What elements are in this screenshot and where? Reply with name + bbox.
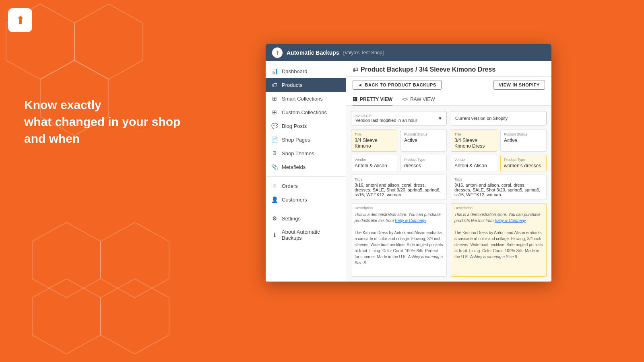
sidebar-item-dashboard[interactable]: 📊 Dashboard <box>266 64 346 78</box>
smart-collections-icon: ⊞ <box>271 95 278 102</box>
tab-pretty-label: PRETTY VIEW <box>360 97 392 102</box>
backup-column: Title 3/4 SleeveKimono Publish Status Ac… <box>351 130 447 277</box>
sidebar-item-shop-themes[interactable]: 🖥 Shop Themes <box>266 146 346 160</box>
app-logo: ⬆ <box>272 47 283 58</box>
toolbar: ◄ BACK TO PRODUCT BACKUPS VIEW IN SHOPIF… <box>346 77 551 93</box>
app-logo-icon: ⬆ <box>275 50 280 56</box>
current-title-row: Title 3/4 SleeveKimono Dress Publish Sta… <box>451 130 547 152</box>
sidebar-label-orders: Orders <box>282 183 298 189</box>
backup-dropdown[interactable]: Backup Version last modified in an hour … <box>351 111 447 125</box>
svg-marker-5 <box>101 279 169 354</box>
svg-marker-3 <box>32 222 101 298</box>
current-title-field: Title 3/4 SleeveKimono Dress <box>451 130 497 152</box>
current-tags-field: Tags 3/16, antoni and alison, coral, dre… <box>451 175 547 200</box>
tab-pretty-view[interactable]: 🖼 PRETTY VIEW <box>353 97 392 106</box>
headline-line1: Know exactly <box>24 98 101 111</box>
about-icon: ℹ <box>271 232 278 238</box>
current-version-label: Current version on Shopify <box>451 111 547 125</box>
upload-icon-box: ⬆ <box>8 8 32 32</box>
backup-vendor-field: Vendor Antoni & Alison <box>351 155 397 171</box>
comparison-area: Backup Version last modified in an hour … <box>346 106 551 282</box>
backup-description-text: This is a demonstration store. You can p… <box>355 212 443 266</box>
products-icon: 🏷 <box>271 82 278 88</box>
svg-marker-6 <box>101 222 169 298</box>
sidebar: 📊 Dashboard 🏷 Products ⊞ Smart Collectio… <box>266 61 346 282</box>
app-window: ⬆ Automatic Backups [Valya's Test Shop] … <box>266 44 551 282</box>
sidebar-item-metafields[interactable]: 📎 Metafields <box>266 160 346 174</box>
sidebar-label-customers: Customers <box>282 197 307 203</box>
backup-tags-value: 3/16, antoni and alison, coral, dress, d… <box>355 183 443 197</box>
current-product-type-label: Product Type <box>504 158 543 162</box>
backup-publish-status-field: Publish Status Active <box>400 130 447 152</box>
sidebar-item-settings[interactable]: ⚙ Settings <box>266 212 346 225</box>
current-description-text: This is a demonstration store. You can p… <box>454 212 543 260</box>
backup-tags-label: Tags <box>355 177 443 181</box>
backup-title-row: Title 3/4 SleeveKimono Publish Status Ac… <box>351 130 447 152</box>
sidebar-label-blog-posts: Blog Posts <box>282 123 307 129</box>
settings-icon: ⚙ <box>271 215 278 222</box>
upload-icon: ⬆ <box>16 14 25 27</box>
sidebar-item-customers[interactable]: 👤 Customers <box>266 193 346 206</box>
sidebar-label-products: Products <box>282 82 302 88</box>
backup-description-label: Description <box>355 206 443 210</box>
sidebar-item-orders[interactable]: ≡ Orders <box>266 179 346 193</box>
backup-tags-field: Tags 3/16, antoni and alison, coral, dre… <box>351 175 447 200</box>
app-header: ⬆ Automatic Backups [Valya's Test Shop] <box>266 44 551 61</box>
svg-marker-4 <box>32 279 101 354</box>
orders-icon: ≡ <box>271 183 278 189</box>
headline-line2: what changed in your shop <box>24 115 180 128</box>
backup-title-label: Title <box>355 132 394 136</box>
backup-publish-label: Publish Status <box>404 132 443 136</box>
custom-collections-icon: ⊞ <box>271 109 278 115</box>
backup-description-field: Description This is a demonstration stor… <box>351 203 447 277</box>
main-content: 🏷 Product Backups / 3/4 Sleeve Kimono Dr… <box>346 61 551 282</box>
current-vendor-field: Vendor Antoni & Alison <box>451 155 497 171</box>
current-tags-label: Tags <box>454 177 543 181</box>
raw-view-icon: <> <box>402 97 408 102</box>
headline-line3: and when <box>24 132 80 145</box>
back-button[interactable]: ◄ BACK TO PRODUCT BACKUPS <box>353 80 442 90</box>
backup-product-type-value: dresses <box>404 163 443 169</box>
current-desc-link[interactable]: Baby & Company <box>495 218 526 223</box>
sidebar-label-shop-themes: Shop Themes <box>282 150 314 156</box>
headline: Know exactly what changed in your shop a… <box>24 97 180 147</box>
backup-publish-value: Active <box>404 138 443 143</box>
backup-vendor-value: Antoni & Alison <box>355 163 394 169</box>
current-description-field: Description This is a demonstration stor… <box>451 203 547 277</box>
sidebar-label-smart-collections: Smart Collections <box>282 96 323 102</box>
current-title-value: 3/4 SleeveKimono Dress <box>454 138 493 149</box>
sidebar-label-dashboard: Dashboard <box>282 68 308 74</box>
view-in-shopify-button[interactable]: VIEW IN SHOPIFY <box>493 80 545 90</box>
app-subtitle: [Valya's Test Shop] <box>343 50 384 56</box>
shop-pages-icon: 📄 <box>271 136 278 143</box>
current-product-type-field: Product Type women's dresses <box>500 155 547 171</box>
backup-desc-link[interactable]: Baby & Company <box>395 218 426 223</box>
current-vendor-label: Vendor <box>454 158 493 162</box>
sidebar-item-custom-collections[interactable]: ⊞ Custom Collections <box>266 105 346 119</box>
sidebar-item-blog-posts[interactable]: 💬 Blog Posts <box>266 119 346 133</box>
view-tabs: 🖼 PRETTY VIEW <> RAW VIEW <box>346 93 551 106</box>
sidebar-label-shop-pages: Shop Pages <box>282 137 310 143</box>
sidebar-label-about: About Automatic Backups <box>282 229 340 241</box>
sidebar-item-smart-collections[interactable]: ⊞ Smart Collections <box>266 92 346 105</box>
tab-raw-view[interactable]: <> RAW VIEW <box>402 97 435 106</box>
sidebar-label-metafields: Metafields <box>282 164 305 170</box>
current-column: Title 3/4 SleeveKimono Dress Publish Sta… <box>451 130 547 277</box>
current-title-label: Title <box>454 132 493 136</box>
backup-value: Version last modified in an hour <box>355 118 417 123</box>
sidebar-item-shop-pages[interactable]: 📄 Shop Pages <box>266 133 346 146</box>
sidebar-item-products[interactable]: 🏷 Products <box>266 78 346 92</box>
app-title: Automatic Backups <box>287 49 339 56</box>
backup-vendor-row: Vendor Antoni & Alison Product Type dres… <box>351 155 447 171</box>
backup-selector-row: Backup Version last modified in an hour … <box>351 111 547 125</box>
metafields-icon: 📎 <box>271 164 278 170</box>
current-publish-status-field: Publish Status Active <box>500 130 547 152</box>
breadcrumb: 🏷 Product Backups / 3/4 Sleeve Kimono Dr… <box>346 61 551 77</box>
pretty-view-icon: 🖼 <box>353 97 357 102</box>
dropdown-chevron-icon: ▼ <box>438 116 442 121</box>
current-vendor-value: Antoni & Alison <box>454 163 493 169</box>
backup-title-field: Title 3/4 SleeveKimono <box>351 130 397 152</box>
sidebar-item-about[interactable]: ℹ About Automatic Backups <box>266 225 346 245</box>
current-vendor-row: Vendor Antoni & Alison Product Type wome… <box>451 155 547 171</box>
dashboard-icon: 📊 <box>271 68 278 74</box>
